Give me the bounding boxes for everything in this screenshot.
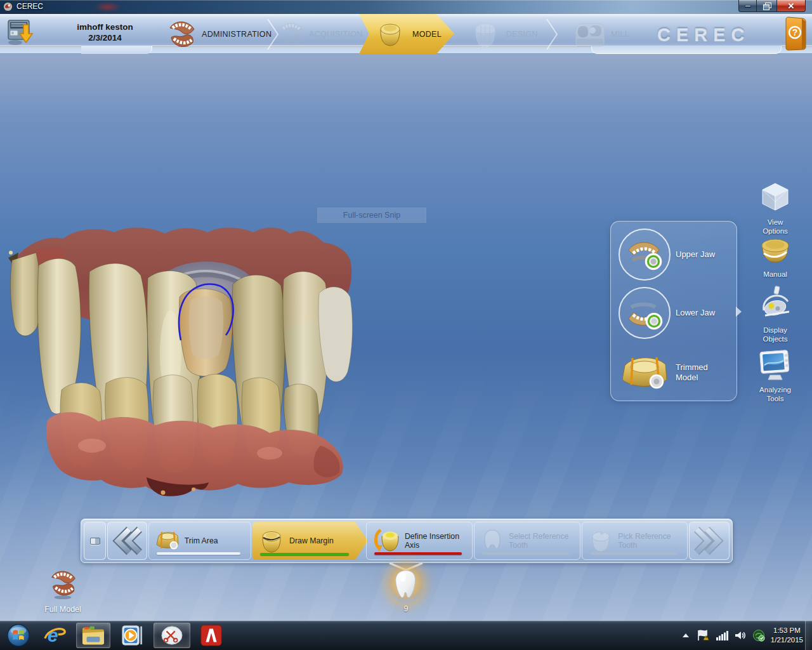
step-draw-margin[interactable]: Draw Margin <box>252 522 368 560</box>
side-tool-label: View Options <box>749 218 802 235</box>
side-tool-label: Manual <box>749 270 802 279</box>
step-underline <box>157 552 240 555</box>
monitor-icon <box>757 347 793 381</box>
tooth-indicator[interactable]: 9 <box>386 566 426 613</box>
step-trim-area[interactable]: Trim Area <box>148 522 251 560</box>
manual-button[interactable]: Manual <box>749 234 802 279</box>
step-underline <box>590 552 676 555</box>
dentures-faint-icon <box>277 18 305 50</box>
step-label: Define Insertion Axis <box>405 532 471 550</box>
double-chevron-left-icon <box>110 525 144 557</box>
define-insertion-axis-icon <box>372 527 401 554</box>
mill-machine-icon <box>573 20 606 49</box>
taskbar-windows-explorer[interactable] <box>76 623 110 648</box>
svg-text:e: e <box>48 625 58 646</box>
trimmed-model-button[interactable]: Trimmed Model <box>611 343 737 402</box>
step-underline <box>260 553 349 555</box>
lower-jaw-icon <box>617 286 672 340</box>
toolbar-pin-button[interactable] <box>84 522 106 560</box>
restore-button[interactable] <box>757 0 776 12</box>
upper-jaw-button[interactable]: Upper Jaw <box>611 225 737 284</box>
taskbar-clock[interactable]: 1:53 PM 1/21/2015 <box>771 626 803 645</box>
antivirus-status-icon[interactable] <box>752 629 765 642</box>
next-steps-button <box>689 522 730 560</box>
patient-date: 2/3/2014 <box>56 32 154 43</box>
close-icon: ✕ <box>788 2 795 10</box>
taskbar-internet-explorer[interactable]: e <box>39 623 70 648</box>
window-controls: ✕ <box>738 0 806 12</box>
step-label: Draw Margin <box>289 536 355 545</box>
minimize-button[interactable] <box>738 0 757 12</box>
step-label: Pick Reference Tooth <box>618 532 684 550</box>
mesh-crown-icon <box>471 18 500 50</box>
select-reference-tooth-icon <box>480 528 505 554</box>
patient-database-icon[interactable] <box>5 17 36 48</box>
phase-acquisition: ACQUISITION <box>277 14 363 54</box>
analyzing-tools-button[interactable]: Analyzing Tools <box>749 347 802 403</box>
upper-jaw-icon <box>617 227 672 282</box>
draw-margin-icon <box>258 527 285 554</box>
display-objects-button[interactable]: Display Objects <box>749 285 802 343</box>
side-tool-label: Analyzing Tools <box>749 385 802 403</box>
taskbar-adobe-reader[interactable] <box>195 623 227 648</box>
jaw-option-label: Upper Jaw <box>676 249 731 260</box>
window-title: CEREC <box>16 2 43 11</box>
aero-glass-reflection <box>95 3 121 11</box>
jaw-option-label: Lower Jaw <box>676 308 731 318</box>
phase-label: ACQUISITION <box>309 30 363 39</box>
trim-area-icon <box>154 529 181 552</box>
jaw-display-panel: Upper Jaw Lower Jaw <box>610 221 737 401</box>
dental-model-3d[interactable] <box>3 223 355 496</box>
taskbar-snipping-tool[interactable] <box>154 623 190 648</box>
step-underline <box>374 552 462 555</box>
lower-jaw-button[interactable]: Lower Jaw <box>611 284 737 342</box>
show-desktop-button[interactable] <box>805 621 812 650</box>
full-model-dentures-icon <box>46 567 80 600</box>
patient-name: imhoff keston <box>56 22 154 32</box>
tooth-9-icon <box>394 569 418 599</box>
phase-separator-chevron <box>544 18 560 51</box>
phase-administration[interactable]: ADMINISTRATION <box>166 14 272 54</box>
phase-design: DESIGN <box>471 14 538 54</box>
folder-icon <box>81 625 106 646</box>
minimize-icon <box>745 5 751 7</box>
close-button[interactable]: ✕ <box>776 0 806 12</box>
phase-label: MODEL <box>412 30 442 39</box>
side-tool-label: Display Objects <box>749 326 802 343</box>
action-center-flag-icon[interactable] <box>696 629 710 642</box>
tooth-number-label: 9 <box>386 604 426 613</box>
view-options-button[interactable]: View Options <box>749 181 802 235</box>
show-hidden-icons-button[interactable] <box>681 632 690 639</box>
help-question-glyph: ? <box>792 27 798 37</box>
window-titlebar: CEREC ✕ <box>0 0 812 14</box>
phase-mill: MILL <box>573 14 629 54</box>
dental-lamp-icon <box>757 285 793 322</box>
double-chevron-right-icon <box>692 525 726 557</box>
full-model-label: Full Model <box>28 605 98 614</box>
phase-model[interactable]: MODEL <box>359 14 454 54</box>
volume-icon[interactable] <box>734 630 747 641</box>
cerec-app-icon <box>3 2 13 11</box>
gold-inlay-icon <box>758 234 792 266</box>
step-label: Trim Area <box>185 536 251 545</box>
help-book-icon[interactable]: ? <box>783 17 808 51</box>
snip-ghost-tooltip: Full-screen Snip <box>317 208 426 223</box>
system-tray: 1:53 PM 1/21/2015 <box>681 621 803 650</box>
crown-model-icon <box>376 20 405 49</box>
pick-reference-tooth-icon <box>587 528 614 554</box>
phase-navigation-bar: imhoff keston 2/3/2014 ADMINISTRATION AC… <box>0 14 812 54</box>
phase-label: MILL <box>611 30 629 39</box>
cube-icon <box>759 181 792 214</box>
windows-taskbar: e <box>0 621 812 650</box>
network-signal-icon[interactable] <box>716 630 728 641</box>
taskbar-media-player[interactable] <box>115 623 147 648</box>
step-pick-reference-tooth: Pick Reference Tooth <box>582 522 687 560</box>
snipping-tool-icon <box>159 624 185 647</box>
model-viewport[interactable]: Full-screen Snip <box>0 54 812 621</box>
step-define-insertion-axis[interactable]: Define Insertion Axis <box>366 522 473 560</box>
internet-explorer-icon: e <box>43 624 67 647</box>
full-model-button[interactable]: Full Model <box>28 567 98 614</box>
patient-info[interactable]: imhoff keston 2/3/2014 <box>56 22 154 43</box>
start-button[interactable] <box>4 623 33 648</box>
previous-steps-button[interactable] <box>107 522 147 560</box>
